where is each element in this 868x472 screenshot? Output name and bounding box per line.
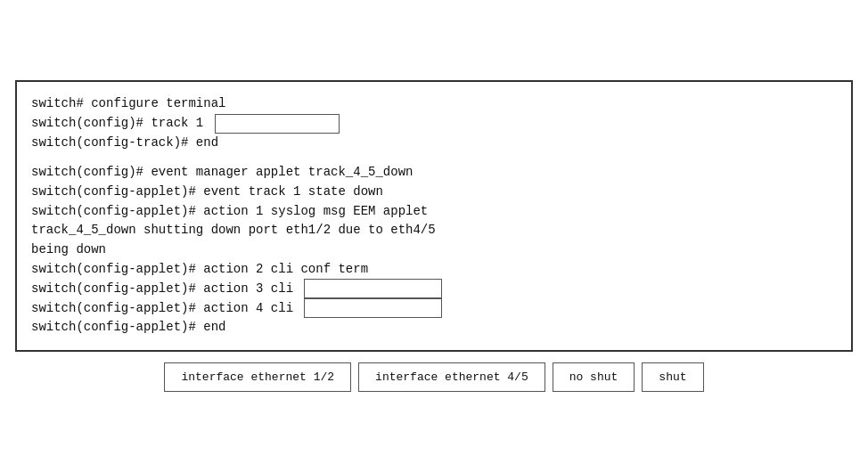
terminal-text-4: switch(config)# event manager applet tra… <box>31 163 413 183</box>
terminal-box: switch# configure terminal switch(config… <box>15 80 853 352</box>
terminal-line-4: switch(config)# event manager applet tra… <box>31 163 837 183</box>
terminal-line-3: switch(config-track)# end <box>31 134 837 153</box>
terminal-line-12: switch(config-applet)# end <box>31 318 837 338</box>
track-input[interactable] <box>215 114 340 134</box>
terminal-text-2: switch(config)# track 1 <box>31 114 211 134</box>
terminal-text-5: switch(config-applet)# event track 1 sta… <box>31 183 383 202</box>
terminal-text-10: switch(config-applet)# action 3 cli <box>31 280 300 299</box>
buttons-row: interface ethernet 1/2 interface etherne… <box>15 362 853 392</box>
btn-interface-eth12[interactable]: interface ethernet 1/2 <box>164 362 351 392</box>
btn-shut[interactable]: shut <box>642 362 703 392</box>
btn-no-shut[interactable]: no shut <box>553 362 635 392</box>
terminal-text-8: being down <box>31 240 106 260</box>
btn-interface-eth45[interactable]: interface ethernet 4/5 <box>358 362 545 392</box>
terminal-line-9: switch(config-applet)# action 2 cli conf… <box>31 260 837 280</box>
terminal-text-11: switch(config-applet)# action 4 cli <box>31 299 300 319</box>
action4-input[interactable] <box>304 298 442 318</box>
terminal-text-3: switch(config-track)# end <box>31 134 218 153</box>
terminal-line-5: switch(config-applet)# event track 1 sta… <box>31 183 837 202</box>
terminal-line-10: switch(config-applet)# action 3 cli <box>31 279 837 298</box>
terminal-line-11: switch(config-applet)# action 4 cli <box>31 298 837 318</box>
terminal-text-1: switch# configure terminal <box>31 94 225 114</box>
blank-gap <box>31 152 837 163</box>
terminal-text-7: track_4_5_down shutting down port eth1/2… <box>31 221 436 240</box>
terminal-line-8: being down <box>31 240 837 260</box>
main-container: switch# configure terminal switch(config… <box>15 80 853 392</box>
terminal-text-6: switch(config-applet)# action 1 syslog m… <box>31 202 428 222</box>
terminal-text-9: switch(config-applet)# action 2 cli conf… <box>31 260 368 280</box>
terminal-text-12: switch(config-applet)# end <box>31 318 225 338</box>
action3-input[interactable] <box>304 279 442 298</box>
terminal-line-6: switch(config-applet)# action 1 syslog m… <box>31 202 837 222</box>
terminal-line-2: switch(config)# track 1 <box>31 114 837 134</box>
terminal-line-1: switch# configure terminal <box>31 94 837 114</box>
terminal-line-7: track_4_5_down shutting down port eth1/2… <box>31 221 837 240</box>
